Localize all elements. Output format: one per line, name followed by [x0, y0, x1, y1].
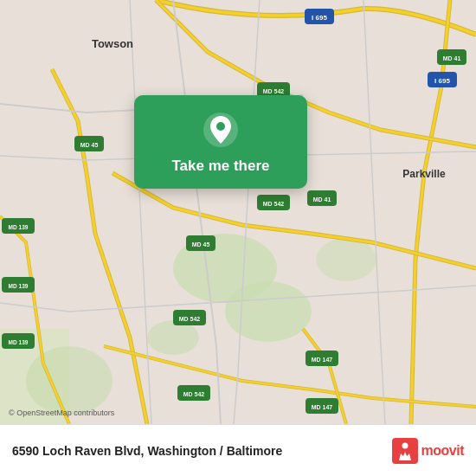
map-container: I 695 I 695 MD 45 MD 45 MD 139 MD 139 MD… — [0, 0, 476, 424]
map-svg: I 695 I 695 MD 45 MD 45 MD 139 MD 139 MD… — [0, 0, 476, 424]
svg-text:MD 139: MD 139 — [9, 283, 29, 289]
popup-label: Take me there — [171, 158, 269, 175]
svg-text:MD 147: MD 147 — [312, 357, 333, 363]
svg-point-2 — [225, 281, 312, 342]
svg-point-41 — [216, 122, 225, 131]
svg-text:I 695: I 695 — [434, 77, 450, 85]
popup-card[interactable]: Take me there — [134, 95, 307, 189]
svg-point-43 — [402, 442, 408, 448]
svg-text:MD 542: MD 542 — [183, 391, 205, 397]
svg-text:MD 542: MD 542 — [263, 201, 285, 207]
bottom-bar: 6590 Loch Raven Blvd, Washington / Balti… — [0, 424, 476, 476]
svg-text:MD 147: MD 147 — [312, 404, 333, 410]
svg-text:© OpenStreetMap contributors: © OpenStreetMap contributors — [9, 408, 115, 417]
svg-text:MD 45: MD 45 — [80, 142, 99, 148]
svg-text:MD 45: MD 45 — [192, 241, 210, 248]
svg-text:Towson: Towson — [92, 37, 133, 50]
address-text: 6590 Loch Raven Blvd, Washington / Balti… — [12, 444, 392, 458]
svg-point-6 — [26, 346, 113, 415]
svg-text:MD 41: MD 41 — [443, 55, 461, 61]
location-pin-icon — [202, 111, 240, 149]
svg-text:MD 41: MD 41 — [313, 196, 331, 203]
svg-point-4 — [316, 238, 376, 281]
moovit-logo: moovit — [392, 438, 464, 464]
svg-text:I 695: I 695 — [312, 14, 327, 22]
svg-text:MD 139: MD 139 — [9, 339, 29, 345]
svg-text:MD 139: MD 139 — [9, 224, 29, 230]
svg-text:Parkville: Parkville — [402, 168, 446, 180]
svg-text:MD 542: MD 542 — [179, 316, 201, 322]
svg-text:MD 542: MD 542 — [263, 88, 285, 94]
moovit-brand-icon — [392, 438, 418, 464]
moovit-name: moovit — [421, 443, 464, 459]
